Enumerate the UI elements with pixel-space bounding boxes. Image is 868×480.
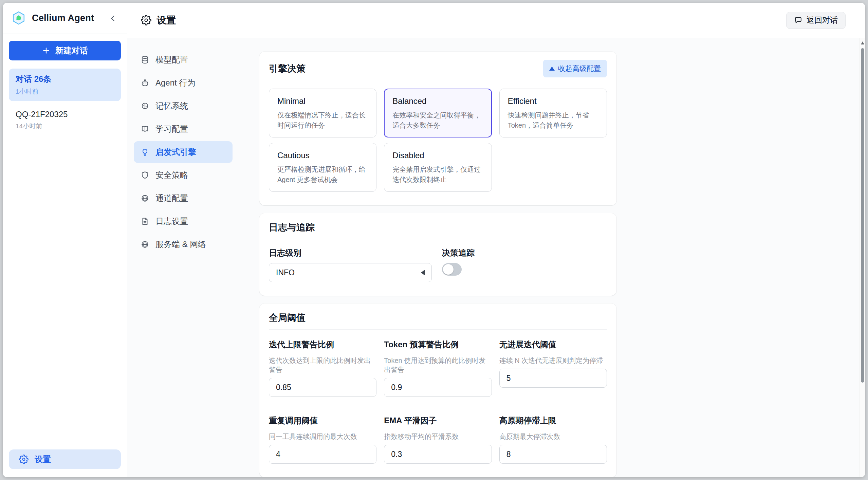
thresholds-card: 全局阈值 迭代上限警告比例 迭代次数达到上限的此比例时发出警告 Token 预算…: [259, 303, 616, 477]
iteration-warn-ratio-input[interactable]: [269, 378, 376, 397]
back-to-chat-button[interactable]: 返回对话: [786, 12, 846, 29]
token-budget-warn-ratio-input[interactable]: [384, 378, 492, 397]
ema-smoothing-field: EMA 平滑因子 指数移动平均的平滑系数: [384, 415, 492, 464]
engine-mode-balanced[interactable]: Balanced 在效率和安全之间取得平衡，适合大多数任务: [384, 89, 492, 137]
app-window: Cellium Agent 新建对话 对话 26条 1小时前: [3, 3, 865, 477]
field-label: Token 预算警告比例: [384, 339, 492, 350]
collapse-advanced-button[interactable]: 收起高级配置: [543, 60, 607, 77]
collapse-advanced-label: 收起高级配置: [558, 64, 601, 73]
repeat-call-threshold-input[interactable]: [269, 445, 376, 464]
file-icon: [141, 217, 149, 226]
ema-smoothing-input[interactable]: [384, 445, 492, 464]
conversation-item-active[interactable]: 对话 26条 1小时前: [9, 69, 121, 101]
option-desc: 更严格检测无进展和循环，给 Agent 更多尝试机会: [277, 164, 368, 185]
nav-item-label: 日志设置: [155, 216, 188, 227]
section-title: 日志与追踪: [269, 221, 315, 234]
settings-nav: 模型配置 Agent 行为 记忆系统: [127, 38, 239, 477]
engine-mode-efficient[interactable]: Efficient 快速检测问题并终止，节省 Token，适合简单任务: [499, 89, 607, 137]
gear-icon: [141, 15, 151, 25]
nav-item-log-settings[interactable]: 日志设置: [134, 210, 233, 232]
nav-item-agent-behavior[interactable]: Agent 行为: [134, 72, 233, 94]
nav-item-label: 安全策略: [155, 170, 188, 181]
new-chat-button[interactable]: 新建对话: [9, 41, 121, 60]
engine-mode-options: Minimal 仅在极端情况下终止，适合长时间运行的任务 Balanced 在效…: [269, 89, 607, 192]
field-label: 重复调用阈值: [269, 415, 376, 426]
conversation-title: QQ-21F20325: [16, 110, 114, 119]
decision-trace-field: 决策追踪: [442, 247, 607, 282]
desktop-background: Cellium Agent 新建对话 对话 26条 1小时前: [0, 0, 868, 480]
database-icon: [141, 55, 149, 64]
log-level-value: INFO: [276, 268, 295, 277]
nav-item-label: 模型配置: [155, 54, 188, 65]
field-label: 高原期停滞上限: [499, 415, 607, 426]
no-progress-threshold-input[interactable]: [499, 369, 607, 388]
robot-icon: [141, 78, 149, 87]
card-header: 全局阈值: [269, 312, 607, 330]
option-name: Disabled: [392, 151, 483, 160]
field-label: 迭代上限警告比例: [269, 339, 376, 350]
sidebar-settings-label: 设置: [35, 454, 51, 465]
nav-item-heuristic-engine[interactable]: 启发式引擎: [134, 141, 233, 163]
triangle-up-icon: [549, 67, 555, 71]
threshold-fields: 迭代上限警告比例 迭代次数达到上限的此比例时发出警告 Token 预算警告比例 …: [269, 339, 607, 464]
sidebar-settings-button[interactable]: 设置: [9, 449, 121, 469]
option-name: Minimal: [277, 96, 368, 106]
option-desc: 仅在极端情况下终止，适合长时间运行的任务: [277, 110, 368, 130]
field-help: 高原期最大停滞次数: [499, 432, 607, 441]
nav-item-label: Agent 行为: [155, 77, 195, 88]
nav-item-label: 服务端 & 网络: [155, 239, 206, 250]
engine-mode-minimal[interactable]: Minimal 仅在极端情况下终止，适合长时间运行的任务: [269, 89, 376, 137]
settings-content: 引擎决策 收起高级配置 Minimal 仅在极端情况下终止，适合长时间运行的任务…: [239, 38, 865, 477]
nav-item-security-policy[interactable]: 安全策略: [134, 164, 233, 186]
conversation-time: 1小时前: [16, 87, 114, 96]
chat-bubble-icon: [794, 16, 802, 24]
decision-trace-toggle[interactable]: [442, 263, 462, 276]
nav-item-channel-config[interactable]: 通道配置: [134, 187, 233, 209]
sidebar: Cellium Agent 新建对话 对话 26条 1小时前: [3, 3, 127, 477]
nav-item-server-network[interactable]: 服务端 & 网络: [134, 234, 233, 255]
logging-card: 日志与追踪 日志级别 INFO 决策追踪: [259, 213, 616, 296]
card-header: 日志与追踪: [269, 221, 607, 239]
lightbulb-icon: [141, 148, 149, 156]
plateau-stall-limit-input[interactable]: [499, 445, 607, 464]
nav-item-learning-config[interactable]: 学习配置: [134, 118, 233, 140]
plus-icon: [42, 46, 51, 55]
scrollbar-thumb[interactable]: [861, 48, 864, 383]
no-progress-threshold-field: 无进展迭代阈值 连续 N 次迭代无进展则判定为停滞: [499, 339, 607, 397]
option-name: Cautious: [277, 151, 368, 160]
logging-fields: 日志级别 INFO 决策追踪: [269, 247, 607, 282]
conversation-time: 14小时前: [16, 122, 114, 131]
engine-mode-cautious[interactable]: Cautious 更严格检测无进展和循环，给 Agent 更多尝试机会: [269, 143, 376, 192]
option-desc: 快速检测问题并终止，节省 Token，适合简单任务: [508, 110, 598, 130]
plateau-stall-limit-field: 高原期停滞上限 高原期最大停滞次数: [499, 415, 607, 464]
page-header: 设置 返回对话: [127, 3, 865, 38]
book-icon: [141, 125, 149, 133]
main-row: 模型配置 Agent 行为 记忆系统: [127, 38, 865, 477]
vertical-scrollbar[interactable]: [860, 38, 865, 477]
card-header: 引擎决策 收起高级配置: [269, 60, 607, 83]
conversation-title: 对话 26条: [16, 74, 114, 85]
decision-trace-label: 决策追踪: [442, 247, 607, 258]
section-title: 引擎决策: [269, 62, 306, 75]
conversation-item[interactable]: QQ-21F20325 14小时前: [9, 105, 121, 136]
shield-icon: [141, 171, 149, 180]
field-help: 同一工具连续调用的最大次数: [269, 432, 376, 441]
engine-mode-disabled[interactable]: Disabled 完全禁用启发式引擎，仅通过迭代次数限制终止: [384, 143, 492, 192]
new-chat-label: 新建对话: [55, 45, 88, 56]
field-help: 指数移动平均的平滑系数: [384, 432, 492, 441]
scrollbar-up-arrow-icon[interactable]: [861, 41, 864, 44]
nav-item-label: 通道配置: [155, 193, 188, 204]
nav-item-model-config[interactable]: 模型配置: [134, 49, 233, 71]
sidebar-collapse-button[interactable]: [107, 12, 119, 25]
conversation-list: 对话 26条 1小时前 QQ-21F20325 14小时前: [9, 69, 121, 136]
nav-item-memory-system[interactable]: 记忆系统: [134, 95, 233, 117]
engine-decision-card: 引擎决策 收起高级配置 Minimal 仅在极端情况下终止，适合长时间运行的任务…: [259, 52, 616, 205]
repeat-call-threshold-field: 重复调用阈值 同一工具连续调用的最大次数: [269, 415, 376, 464]
back-to-chat-label: 返回对话: [807, 15, 838, 25]
log-level-select[interactable]: INFO: [269, 263, 432, 282]
field-label: EMA 平滑因子: [384, 415, 492, 426]
option-name: Balanced: [392, 96, 483, 106]
section-title: 全局阈值: [269, 312, 306, 324]
log-level-label: 日志级别: [269, 247, 432, 258]
field-help: 迭代次数达到上限的此比例时发出警告: [269, 356, 376, 374]
